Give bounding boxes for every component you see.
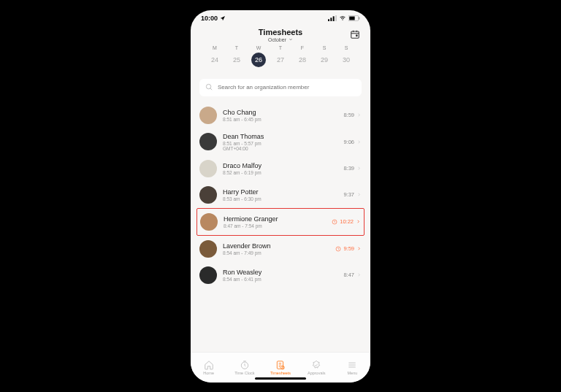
svg-rect-5 [349, 16, 354, 20]
chevron-right-icon [356, 246, 362, 251]
clock-warning-icon [335, 246, 341, 252]
member-name: Harry Potter [223, 188, 337, 196]
home-icon [204, 360, 214, 370]
avatar [200, 213, 218, 231]
page-title: Timesheets [199, 28, 362, 36]
tab-label: Timesheets [270, 371, 291, 375]
day-number: 28 [291, 53, 313, 67]
member-row[interactable]: Cho Chang 8:51 am - 6:45 pm 8:59 [191, 102, 370, 128]
chevron-right-icon [356, 112, 362, 118]
member-times: 8:47 am - 7:54 pm [224, 223, 326, 228]
svg-point-11 [356, 34, 357, 36]
calendar-button[interactable] [350, 29, 360, 42]
member-total: 8:39 [343, 165, 362, 172]
day-number: 26 [251, 53, 266, 67]
total-hours: 10:22 [340, 218, 354, 225]
tab-timesheets[interactable]: Timesheets [262, 360, 298, 375]
search-bar[interactable] [199, 79, 362, 96]
week-row: M24T25W26T27F28S29S30 [199, 42, 362, 67]
member-name: Dean Thomas [223, 133, 337, 140]
member-name: Ron Weasley [223, 269, 337, 276]
clock-warning-icon [332, 219, 337, 225]
tab-approvals[interactable]: Approvals [299, 360, 335, 375]
member-times: 8:52 am - 6:19 pm [223, 170, 337, 175]
menu-icon [347, 360, 357, 370]
member-timezone: GMT+04:00 [223, 146, 337, 151]
member-row[interactable]: Draco Malfoy 8:52 am - 6:19 pm 8:39 [191, 155, 370, 182]
member-info: Harry Potter 8:53 am - 6:30 pm [223, 188, 337, 201]
avatar [199, 186, 217, 204]
tab-time-clock[interactable]: Time Clock [226, 360, 262, 375]
tab-label: Approvals [308, 371, 325, 375]
svg-rect-3 [335, 15, 337, 21]
day-label: M [204, 45, 226, 50]
member-row[interactable]: Hermione Granger 8:47 am - 7:54 pm 10:22 [196, 208, 365, 236]
member-info: Draco Malfoy 8:52 am - 6:19 pm [223, 162, 337, 175]
day-number: 29 [313, 53, 335, 67]
member-total: 9:37 [343, 191, 362, 198]
member-total: 8:47 [343, 272, 362, 278]
day-label: S [335, 45, 357, 50]
day-label: T [226, 45, 248, 50]
day-w-26[interactable]: W26 [248, 45, 270, 67]
chevron-right-icon [356, 192, 362, 197]
member-row[interactable]: Lavender Brown 8:54 am - 7:49 pm 9:59 [191, 236, 370, 262]
tab-label: Time Clock [234, 371, 254, 375]
time-clock-icon [240, 360, 250, 370]
total-hours: 8:39 [343, 165, 354, 172]
day-number: 25 [226, 53, 248, 67]
phone-frame: 10:00 Timesheets October M24T25W26T27F28… [191, 10, 370, 383]
status-bar: 10:00 [191, 10, 370, 26]
member-total: 8:59 [343, 112, 362, 118]
day-t-25[interactable]: T25 [226, 45, 248, 67]
day-label: F [291, 45, 313, 50]
home-indicator [255, 377, 306, 380]
month-selector[interactable]: October [199, 37, 362, 42]
member-row[interactable]: Dean Thomas 8:51 am - 5:57 pm GMT+04:00 … [191, 128, 370, 155]
svg-point-12 [206, 84, 210, 88]
member-row[interactable]: Ron Weasley 8:54 am - 6:41 pm 8:47 [191, 262, 370, 288]
svg-line-13 [210, 88, 212, 90]
tab-menu[interactable]: Menu [335, 360, 370, 375]
total-hours: 9:37 [343, 191, 354, 198]
day-t-27[interactable]: T27 [270, 45, 291, 67]
day-f-28[interactable]: F28 [291, 45, 313, 67]
member-row[interactable]: Harry Potter 8:53 am - 6:30 pm 9:37 [191, 182, 370, 208]
location-icon [220, 15, 226, 21]
day-m-24[interactable]: M24 [204, 45, 226, 67]
member-name: Draco Malfoy [223, 162, 337, 169]
avatar [199, 107, 217, 124]
chevron-down-icon [289, 37, 293, 42]
tab-home[interactable]: Home [191, 360, 226, 375]
total-hours: 9:06 [343, 139, 354, 145]
calendar-icon [350, 29, 360, 39]
member-times: 8:51 am - 6:45 pm [223, 117, 337, 122]
tab-label: Menu [348, 371, 358, 375]
member-times: 8:54 am - 6:41 pm [223, 277, 337, 282]
chevron-right-icon [356, 272, 362, 277]
chevron-right-icon [356, 166, 362, 171]
member-name: Hermione Granger [224, 215, 326, 223]
day-s-30[interactable]: S30 [335, 45, 357, 67]
member-times: 8:54 am - 7:49 pm [223, 250, 329, 255]
avatar [199, 240, 217, 258]
search-icon [205, 83, 213, 91]
total-hours: 9:59 [343, 245, 354, 252]
header: Timesheets October M24T25W26T27F28S29S30 [191, 26, 370, 73]
chevron-right-icon [356, 219, 361, 224]
day-number: 27 [270, 53, 291, 67]
svg-rect-1 [330, 18, 332, 21]
day-s-29[interactable]: S29 [313, 45, 335, 67]
member-info: Ron Weasley 8:54 am - 6:41 pm [223, 269, 337, 282]
svg-rect-2 [333, 16, 335, 21]
status-time: 10:00 [201, 15, 218, 22]
svg-rect-7 [351, 31, 359, 37]
tab-label: Home [203, 371, 214, 375]
member-total: 9:06 [343, 139, 362, 145]
member-info: Dean Thomas 8:51 am - 5:57 pm GMT+04:00 [223, 133, 337, 151]
member-list: Cho Chang 8:51 am - 6:45 pm 8:59 Dean Th… [191, 99, 370, 352]
member-info: Lavender Brown 8:54 am - 7:49 pm [223, 242, 329, 255]
member-times: 8:53 am - 6:30 pm [223, 196, 337, 201]
search-input[interactable] [218, 84, 356, 91]
wifi-icon [339, 15, 346, 21]
